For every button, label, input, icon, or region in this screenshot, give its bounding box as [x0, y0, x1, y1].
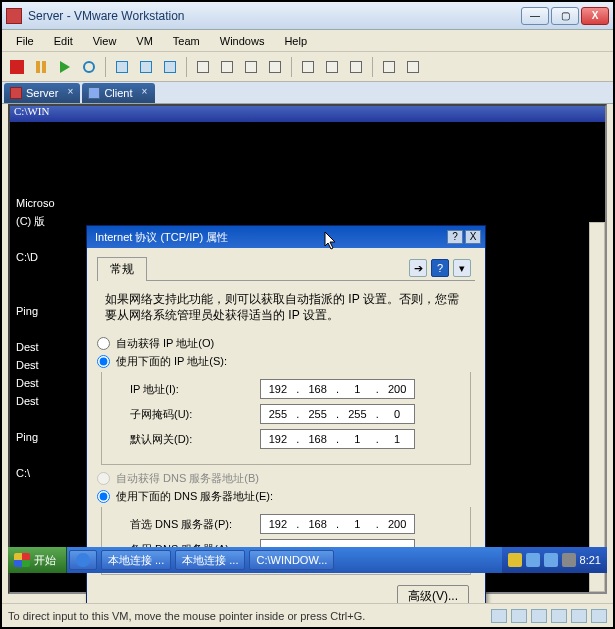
taskbar-item[interactable]: C:\WINDOW...	[249, 550, 334, 570]
minimize-button[interactable]: —	[521, 7, 549, 25]
vm-icon	[88, 87, 100, 99]
menubar: File Edit View VM Team Windows Help	[2, 30, 613, 52]
help-icon[interactable]: ?	[431, 259, 449, 277]
tray-volume-icon[interactable]	[562, 553, 576, 567]
record-icon	[383, 61, 395, 73]
replay-button[interactable]	[402, 56, 424, 78]
menu-edit[interactable]: Edit	[46, 33, 81, 49]
power-off-button[interactable]	[6, 56, 28, 78]
dialog-title: Internet 协议 (TCP/IP) 属性	[91, 230, 445, 245]
guest-taskbar: 开始 本地连接 ... 本地连接 ... C:\WINDOW... 8:21	[8, 547, 607, 573]
vm-tabstrip: Server × Client ×	[2, 82, 613, 104]
play-icon	[60, 61, 70, 73]
ip-address-input[interactable]: 192.168.1.200	[260, 379, 415, 399]
radio-label: 自动获得 DNS 服务器地址(B)	[116, 471, 259, 486]
reset-button[interactable]	[78, 56, 100, 78]
quicklaunch-ie[interactable]	[69, 550, 97, 570]
show-console-button[interactable]	[192, 56, 214, 78]
dialog-titlebar[interactable]: Internet 协议 (TCP/IP) 属性 ? X	[87, 226, 485, 248]
tray-network-icon[interactable]	[526, 553, 540, 567]
radio-auto-dns: 自动获得 DNS 服务器地址(B)	[97, 471, 475, 486]
tray-network-icon[interactable]	[544, 553, 558, 567]
manage-snapshot-button[interactable]	[159, 56, 181, 78]
radio-label: 使用下面的 IP 地址(S):	[116, 354, 227, 369]
menu-file[interactable]: File	[8, 33, 42, 49]
snapshot-button[interactable]	[111, 56, 133, 78]
radio-auto-dns-input	[97, 472, 110, 485]
windows-flag-icon	[14, 553, 30, 567]
power-on-button[interactable]	[54, 56, 76, 78]
tab-label: Client	[104, 87, 132, 99]
maximize-button[interactable]: ▢	[551, 7, 579, 25]
dialog-description: 如果网络支持此功能，则可以获取自动指派的 IP 设置。否则，您需要从网络系统管理…	[97, 281, 475, 333]
tray-shield-icon[interactable]	[508, 553, 522, 567]
menu-vm[interactable]: VM	[128, 33, 161, 49]
window-title: Server - VMware Workstation	[28, 9, 521, 23]
status-device-icon[interactable]	[591, 609, 607, 623]
summary-button[interactable]	[297, 56, 319, 78]
taskbar-item[interactable]: 本地连接 ...	[175, 550, 245, 570]
start-button[interactable]: 开始	[8, 547, 67, 573]
statusbar: To direct input to this VM, move the mou…	[2, 603, 613, 627]
radio-manual-ip[interactable]: 使用下面的 IP 地址(S):	[97, 354, 475, 369]
quick-switch-button[interactable]	[216, 56, 238, 78]
subnet-mask-input[interactable]: 255.255.255.0	[260, 404, 415, 424]
separator	[291, 57, 292, 77]
radio-manual-dns[interactable]: 使用下面的 DNS 服务器地址(E):	[97, 489, 475, 504]
revert-button[interactable]	[135, 56, 157, 78]
separator	[186, 57, 187, 77]
menu-team[interactable]: Team	[165, 33, 208, 49]
menu-view[interactable]: View	[85, 33, 125, 49]
snapshot-icon	[116, 61, 128, 73]
toolbar	[2, 52, 613, 82]
dialog-help-button[interactable]: ?	[447, 230, 463, 244]
radio-auto-ip[interactable]: 自动获得 IP 地址(O)	[97, 336, 475, 351]
status-device-icon[interactable]	[551, 609, 567, 623]
status-device-icon[interactable]	[491, 609, 507, 623]
tab-label: Server	[26, 87, 58, 99]
dialog-close-button[interactable]: X	[465, 230, 481, 244]
unity-icon	[269, 61, 281, 73]
preferred-dns-input[interactable]: 192.168.1.200	[260, 514, 415, 534]
pause-icon	[36, 61, 46, 73]
close-button[interactable]: X	[581, 7, 609, 25]
fullscreen-button[interactable]	[240, 56, 262, 78]
options-icon[interactable]: ▾	[453, 259, 471, 277]
appliance-button[interactable]	[321, 56, 343, 78]
radio-label: 使用下面的 DNS 服务器地址(E):	[116, 489, 273, 504]
unity-button[interactable]	[264, 56, 286, 78]
lbl-ip: IP 地址(I):	[130, 382, 260, 397]
tray-clock[interactable]: 8:21	[580, 554, 601, 566]
gateway-input[interactable]: 192.168.1.1	[260, 429, 415, 449]
status-device-icon[interactable]	[531, 609, 547, 623]
appliance-icon	[326, 61, 338, 73]
advanced-button[interactable]: 高级(V)...	[397, 585, 469, 603]
cmd-titlebar: C:\WIN	[8, 104, 607, 122]
guest-scrollbar[interactable]	[589, 222, 605, 592]
status-text: To direct input to this VM, move the mou…	[8, 610, 365, 622]
taskbar-item[interactable]: 本地连接 ...	[101, 550, 171, 570]
record-button[interactable]	[378, 56, 400, 78]
radio-manual-ip-input[interactable]	[97, 355, 110, 368]
system-tray[interactable]: 8:21	[502, 547, 607, 573]
next-icon[interactable]: ➔	[409, 259, 427, 277]
tab-server[interactable]: Server ×	[4, 83, 80, 103]
status-device-icon[interactable]	[571, 609, 587, 623]
tab-close-icon[interactable]: ×	[64, 86, 76, 98]
status-device-icon[interactable]	[511, 609, 527, 623]
capture-button[interactable]	[345, 56, 367, 78]
lbl-gateway: 默认网关(D):	[130, 432, 260, 447]
tab-close-icon[interactable]: ×	[139, 86, 151, 98]
guest-display[interactable]: C:\WIN Microso (C) 版 C:\D Ping Dest Dest…	[2, 104, 613, 603]
task-label: 本地连接 ...	[182, 553, 238, 568]
tab-general[interactable]: 常规	[97, 257, 147, 281]
suspend-button[interactable]	[30, 56, 52, 78]
radio-manual-dns-input[interactable]	[97, 490, 110, 503]
tab-client[interactable]: Client ×	[82, 83, 154, 103]
task-label: 本地连接 ...	[108, 553, 164, 568]
menu-help[interactable]: Help	[276, 33, 315, 49]
menu-windows[interactable]: Windows	[212, 33, 273, 49]
radio-auto-ip-input[interactable]	[97, 337, 110, 350]
dialog-tabstrip: 常规 ➔ ? ▾	[97, 256, 475, 281]
radio-label: 自动获得 IP 地址(O)	[116, 336, 214, 351]
